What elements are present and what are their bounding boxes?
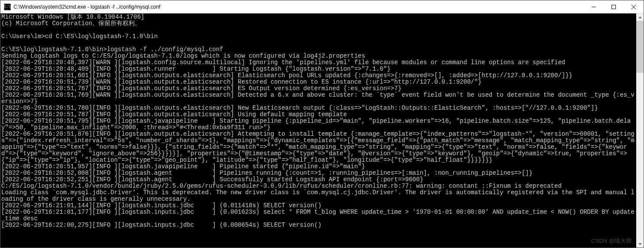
chevron-up-icon (638, 16, 642, 18)
svg-marker-5 (638, 243, 642, 245)
terminal-area: Microsoft Windows [版本 10.0.19044.1706] (… (0, 13, 644, 248)
title-bar[interactable]: C:\ C:\Windows\system32\cmd.exe - logsta… (0, 0, 644, 13)
cmd-icon: C:\ (4, 3, 11, 10)
vertical-scrollbar[interactable] (636, 13, 644, 248)
window-controls (584, 0, 644, 13)
scroll-thumb[interactable] (636, 21, 644, 73)
scroll-up-button[interactable] (636, 13, 644, 21)
terminal-output[interactable]: Microsoft Windows [版本 10.0.19044.1706] (… (0, 13, 636, 248)
minimize-icon (592, 5, 596, 9)
maximize-icon (612, 5, 616, 9)
window-title: C:\Windows\system32\cmd.exe - logstash -… (13, 4, 584, 10)
maximize-button[interactable] (604, 0, 624, 13)
minimize-button[interactable] (584, 0, 604, 13)
close-button[interactable] (624, 0, 644, 13)
close-icon (631, 5, 636, 9)
scroll-down-button[interactable] (636, 240, 644, 248)
svg-marker-4 (638, 16, 642, 18)
cmd-window: C:\ C:\Windows\system32\cmd.exe - logsta… (0, 0, 644, 248)
chevron-down-icon (638, 243, 642, 245)
svg-rect-1 (612, 5, 616, 9)
scroll-track[interactable] (636, 21, 644, 240)
